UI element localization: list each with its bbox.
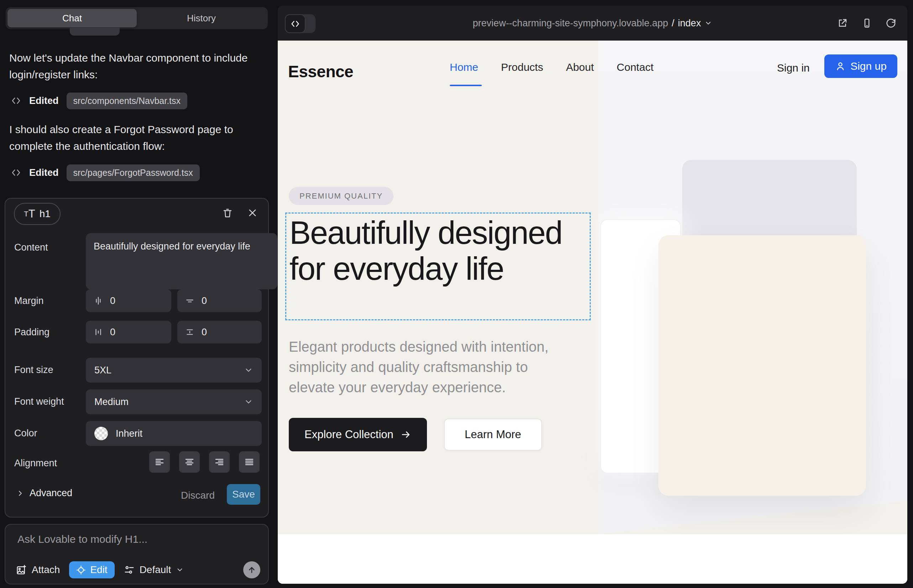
nav-home[interactable]: Home: [450, 61, 478, 73]
composer-controls: Attach Edit Default: [16, 561, 260, 579]
chevron-down-icon: [704, 19, 712, 27]
learn-more-label: Learn More: [465, 428, 521, 441]
content-label: Content: [14, 242, 48, 253]
smartphone-icon: [861, 18, 872, 29]
signup-label: Sign up: [850, 60, 887, 72]
learn-more-button[interactable]: Learn More: [444, 418, 542, 451]
content-input[interactable]: Beautifully designed for everyday life: [86, 233, 277, 289]
file-chip[interactable]: src/pages/ForgotPassword.tsx: [66, 165, 200, 181]
close-icon: [248, 208, 257, 218]
chat-message: I should also create a Forgot Password p…: [9, 121, 263, 155]
arrow-right-icon: [401, 429, 411, 440]
color-label: Color: [14, 428, 37, 439]
padding-x-field[interactable]: 0: [86, 321, 171, 344]
align-right-icon: [214, 457, 225, 467]
edited-file-row: Edited src/pages/ForgotPassword.tsx: [11, 165, 200, 181]
delete-element-button[interactable]: [220, 205, 235, 221]
element-tag-label: h1: [39, 208, 50, 220]
margin-vertical-icon: [185, 296, 194, 305]
discard-button[interactable]: Discard: [181, 490, 215, 501]
nav-about[interactable]: About: [566, 61, 594, 73]
tab-history[interactable]: History: [137, 9, 266, 27]
attach-button[interactable]: Attach: [16, 564, 60, 575]
chevron-right-icon: [16, 489, 24, 498]
edit-label: Edit: [90, 564, 107, 575]
tab-chat-label: Chat: [62, 13, 82, 24]
padding-horizontal-icon: [94, 328, 103, 337]
chat-message: Now let's update the Navbar component to…: [9, 50, 263, 83]
margin-horizontal-icon: [94, 296, 103, 305]
align-center-button[interactable]: [179, 451, 200, 473]
margin-x-field[interactable]: 0: [86, 289, 171, 312]
hero-heading[interactable]: Beautifully designed for everyday life: [290, 215, 585, 287]
font-weight-label: Font weight: [14, 396, 64, 407]
composer-input[interactable]: [17, 533, 253, 554]
edited-file-row: Edited src/components/Navbar.tsx: [11, 92, 187, 109]
send-button[interactable]: [243, 561, 260, 578]
font-size-value: 5XL: [94, 365, 112, 376]
tab-chat[interactable]: Chat: [8, 9, 137, 27]
chevron-down-icon: [176, 566, 184, 574]
font-weight-select[interactable]: Medium: [86, 389, 262, 414]
chat-composer: Attach Edit Default: [5, 524, 269, 585]
padding-x-value: 0: [110, 327, 115, 338]
chevron-down-icon: [244, 365, 253, 375]
preview-panel: preview--charming-site-symphony.lovable.…: [278, 6, 907, 584]
padding-y-field[interactable]: 0: [177, 321, 262, 344]
truncated-chip: [70, 28, 120, 36]
margin-y-field[interactable]: 0: [177, 289, 262, 312]
preview-url-bar[interactable]: preview--charming-site-symphony.lovable.…: [278, 6, 907, 40]
hero-badge: PREMIUM QUALITY: [289, 187, 393, 205]
default-mode-button[interactable]: Default: [124, 564, 184, 575]
sidebar-tabs: Chat History: [6, 7, 268, 29]
font-size-select[interactable]: 5XL: [86, 358, 262, 383]
toolbar-actions: [835, 6, 898, 40]
align-right-button[interactable]: [209, 451, 230, 473]
advanced-toggle[interactable]: Advanced: [16, 488, 72, 499]
padding-y-value: 0: [202, 327, 207, 338]
hero-paragraph: Elegant products designed with intention…: [289, 337, 574, 397]
decor-card-cream: [659, 235, 866, 496]
site-logo[interactable]: Essence: [288, 62, 353, 81]
padding-vertical-icon: [185, 328, 194, 337]
selected-element-pill[interactable]: TT h1: [14, 203, 60, 225]
close-panel-button[interactable]: [244, 205, 260, 221]
code-icon: [11, 167, 21, 178]
color-value: Inherit: [116, 428, 142, 439]
attach-image-icon: [16, 564, 27, 575]
chevron-down-icon: [244, 397, 253, 407]
edit-mode-button[interactable]: Edit: [69, 561, 114, 578]
edited-label: Edited: [29, 95, 59, 107]
color-select[interactable]: Inherit: [86, 421, 262, 446]
open-in-new-tab-button[interactable]: [835, 16, 850, 30]
attach-label: Attach: [32, 564, 60, 575]
preview-page: index: [678, 18, 701, 29]
signup-button[interactable]: Sign up: [824, 55, 897, 78]
margin-y-value: 0: [202, 296, 207, 307]
alignment-label: Alignment: [14, 458, 57, 469]
mobile-view-button[interactable]: [860, 16, 874, 30]
font-weight-value: Medium: [94, 396, 129, 407]
align-justify-button[interactable]: [239, 451, 260, 473]
preview-site: Essence Home Products About Contact Sign…: [278, 40, 907, 584]
margin-label: Margin: [14, 296, 44, 307]
edited-label: Edited: [29, 167, 59, 178]
refresh-button[interactable]: [884, 16, 898, 30]
sliders-icon: [124, 564, 134, 575]
preview-toolbar: preview--charming-site-symphony.lovable.…: [278, 6, 907, 40]
nav-contact[interactable]: Contact: [617, 61, 653, 73]
nav-products[interactable]: Products: [501, 61, 543, 73]
refresh-icon: [885, 18, 896, 29]
advanced-label: Advanced: [29, 488, 72, 499]
align-left-button[interactable]: [149, 451, 170, 473]
save-button[interactable]: Save: [227, 484, 260, 505]
target-icon: [76, 565, 86, 575]
explore-collection-button[interactable]: Explore Collection: [289, 418, 427, 451]
arrow-up-icon: [247, 565, 256, 575]
align-left-icon: [154, 457, 165, 467]
align-justify-icon: [244, 457, 254, 467]
alignment-group: [149, 451, 262, 473]
signin-link[interactable]: Sign in: [777, 62, 810, 74]
nav-active-underline: [450, 85, 482, 86]
file-chip[interactable]: src/components/Navbar.tsx: [66, 92, 188, 109]
